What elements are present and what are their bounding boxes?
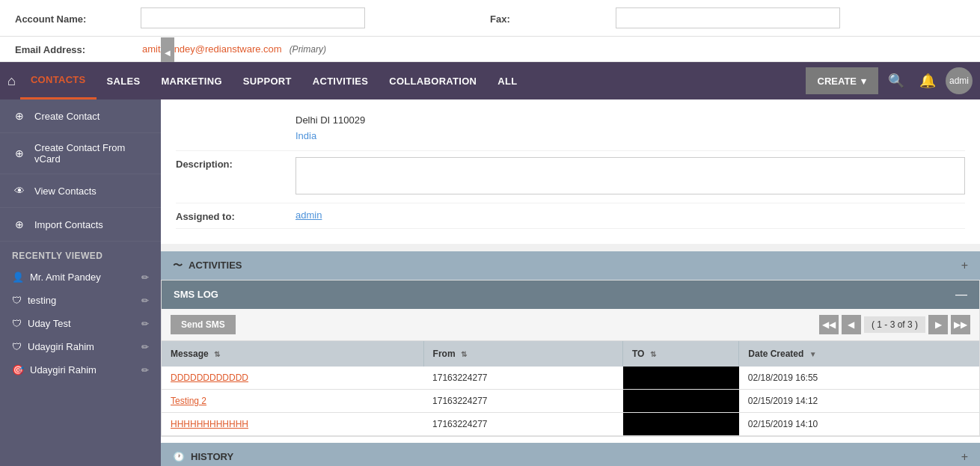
main-layout: ⊕ Create Contact ⊕ Create Contact From v… <box>0 99 980 466</box>
to-cell-3 <box>623 412 739 435</box>
edit-icon-udaygiri1[interactable]: ✏ <box>141 342 149 352</box>
msg-cell-2[interactable]: Testing 2 <box>162 389 423 412</box>
detail-section: Delhi DI 110029 India Description: Assig… <box>161 99 980 244</box>
shield-icon-testing: 🛡 <box>12 295 22 306</box>
import-icon: ⊕ <box>12 217 27 232</box>
pagination: ◀◀ ◀ ( 1 - 3 of 3 ) ▶ ▶▶ <box>819 315 970 334</box>
home-icon[interactable]: ⌂ <box>7 73 16 89</box>
admin-label: admi <box>949 76 969 86</box>
recent-item-udaygiri2[interactable]: 🎯 Udaygiri Rahim ✏ <box>0 358 161 381</box>
email-primary-tag: (Primary) <box>290 44 326 55</box>
address-value: Delhi DI 110029 India <box>295 113 965 144</box>
navbar-item-sales[interactable]: SALES <box>97 62 151 99</box>
recent-item-label-uday: Uday Test <box>28 318 71 329</box>
sms-log-title: SMS LOG <box>174 289 218 300</box>
sms-log-section: SMS LOG — Send SMS ◀◀ ◀ ( 1 - 3 of 3 ) ▶… <box>161 280 980 437</box>
table-row: HHHHHHHHHHHH 17163224277 02/15/2019 14:1… <box>162 412 979 435</box>
sort-to-icon[interactable]: ⇅ <box>650 350 656 358</box>
fax-group: Fax: <box>490 7 965 28</box>
recent-item-udaygiri1[interactable]: 🛡 Udaygiri Rahim ✏ <box>0 335 161 358</box>
col-header-message: Message ⇅ <box>162 341 423 367</box>
assigned-row: Assigned to: admin <box>176 203 965 229</box>
activities-add-icon[interactable]: + <box>961 259 968 272</box>
shield-icon-udaygiri1: 🛡 <box>12 341 22 352</box>
avatar[interactable]: admi <box>946 67 973 94</box>
edit-icon-udaygiri2[interactable]: ✏ <box>141 365 149 375</box>
msg-cell-1[interactable]: DDDDDDDDDDDD <box>162 367 423 390</box>
recent-item-testing[interactable]: 🛡 testing ✏ <box>0 289 161 312</box>
address-line2[interactable]: India <box>295 130 316 141</box>
sidebar-item-label-create-contact: Create Contact <box>34 111 99 122</box>
date-cell-2: 02/15/2019 14:12 <box>739 389 979 412</box>
col-header-from: From ⇅ <box>423 341 622 367</box>
content-area: Delhi DI 110029 India Description: Assig… <box>161 99 980 466</box>
prev-page-button[interactable]: ◀ <box>842 315 861 334</box>
navbar-item-contacts[interactable]: CONTACTS <box>20 62 97 99</box>
description-label: Description: <box>176 157 295 170</box>
address-row: Delhi DI 110029 India <box>176 107 965 151</box>
last-page-button[interactable]: ▶▶ <box>951 315 970 334</box>
recent-item-label-testing: testing <box>28 295 56 306</box>
next-page-button[interactable]: ▶ <box>928 315 948 334</box>
history-header[interactable]: 🕐 HISTORY + <box>161 443 980 466</box>
date-cell-3: 02/15/2019 14:10 <box>739 412 979 435</box>
sidebar: ⊕ Create Contact ⊕ Create Contact From v… <box>0 99 161 466</box>
navbar-item-all[interactable]: ALL <box>487 62 527 99</box>
sort-message-icon[interactable]: ⇅ <box>214 350 220 358</box>
bell-icon[interactable]: 🔔 <box>914 67 941 94</box>
activities-section: 〜 ACTIVITIES + SMS LOG — Send SMS ◀◀ ◀ <box>161 251 980 466</box>
navbar-item-activities[interactable]: ACTIVITIES <box>302 62 379 99</box>
email-label: Email Address: <box>15 43 135 55</box>
navbar-item-collaboration[interactable]: COLLABORATION <box>379 62 487 99</box>
person-icon: 👤 <box>12 272 24 283</box>
col-header-to: TO ⇅ <box>623 341 739 367</box>
recent-item-amit[interactable]: 👤 Mr. Amit Pandey ✏ <box>0 266 161 289</box>
sidebar-item-label-import-contacts: Import Contacts <box>34 219 103 230</box>
edit-icon-testing[interactable]: ✏ <box>141 295 149 306</box>
activities-header[interactable]: 〜 ACTIVITIES + <box>161 251 980 280</box>
send-sms-button[interactable]: Send SMS <box>171 315 236 334</box>
date-cell-1: 02/18/2019 16:55 <box>739 367 979 390</box>
recent-item-uday[interactable]: 🛡 Uday Test ✏ <box>0 312 161 335</box>
search-icon[interactable]: 🔍 <box>883 67 910 94</box>
sidebar-item-label-view-contacts: View Contacts <box>34 186 97 197</box>
create-button[interactable]: CREATE ▾ <box>806 67 878 94</box>
from-cell-3: 17163224277 <box>423 412 622 435</box>
recent-item-label-amit: Mr. Amit Pandey <box>30 272 101 283</box>
msg-cell-3[interactable]: HHHHHHHHHHHH <box>162 412 423 435</box>
edit-icon-uday[interactable]: ✏ <box>141 319 149 329</box>
recently-viewed-header: Recently Viewed <box>0 242 161 266</box>
sms-log-collapse-icon[interactable]: — <box>955 288 967 301</box>
navbar-right: CREATE ▾ 🔍 🔔 admi <box>806 67 973 94</box>
table-row: Testing 2 17163224277 02/15/2019 14:12 <box>162 389 979 412</box>
activities-title: ACTIVITIES <box>189 260 242 271</box>
to-cell-2 <box>623 389 739 412</box>
sidebar-item-view-contacts[interactable]: 👁 View Contacts <box>0 174 161 208</box>
sidebar-item-create-vcard[interactable]: ⊕ Create Contact From vCard <box>0 133 161 174</box>
pagination-info: ( 1 - 3 of 3 ) <box>864 316 925 333</box>
eye-icon: 👁 <box>12 183 27 198</box>
navbar: ⌂ CONTACTS SALES MARKETING SUPPORT ACTIV… <box>0 62 980 99</box>
sidebar-item-import-contacts[interactable]: ⊕ Import Contacts <box>0 208 161 242</box>
navbar-item-marketing[interactable]: MARKETING <box>150 62 232 99</box>
plus-circle-icon: ⊕ <box>12 108 27 123</box>
create-arrow: ▾ <box>861 76 866 87</box>
sms-actions-row: Send SMS ◀◀ ◀ ( 1 - 3 of 3 ) ▶ ▶▶ <box>162 309 979 341</box>
account-name-input[interactable] <box>141 7 365 28</box>
description-textarea[interactable] <box>295 157 965 194</box>
edit-icon-amit[interactable]: ✏ <box>141 272 149 283</box>
assigned-link[interactable]: admin <box>295 209 322 221</box>
sort-from-icon[interactable]: ⇅ <box>461 350 467 358</box>
assigned-value: admin <box>295 209 965 221</box>
address-line1: Delhi DI 110029 <box>295 113 965 129</box>
first-page-button[interactable]: ◀◀ <box>819 315 839 334</box>
fax-input[interactable] <box>616 7 840 28</box>
fax-label: Fax: <box>490 12 610 25</box>
history-add-icon[interactable]: + <box>961 450 968 464</box>
navbar-item-support[interactable]: SUPPORT <box>233 62 302 99</box>
col-header-date: Date Created ▼ <box>739 341 979 367</box>
sort-date-icon[interactable]: ▼ <box>809 350 817 358</box>
sidebar-item-create-contact[interactable]: ⊕ Create Contact <box>0 99 161 133</box>
wave-icon: 〜 <box>173 259 183 272</box>
account-name-group: Account Name: <box>15 7 490 28</box>
